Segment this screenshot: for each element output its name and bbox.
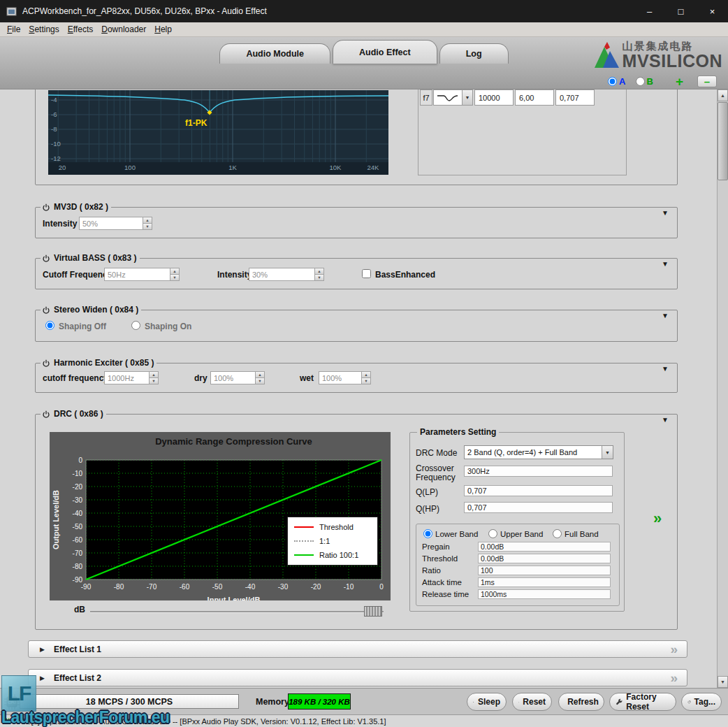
add-preset-button[interactable]: +: [676, 76, 683, 87]
vbass-cutoff-value[interactable]: [105, 268, 170, 280]
spin-up-icon[interactable]: ▲: [170, 268, 179, 274]
collapse-arrow-icon[interactable]: ▼: [662, 366, 669, 373]
collapse-arrow-icon[interactable]: ▼: [662, 210, 669, 217]
mv3d-intensity-value[interactable]: [80, 217, 143, 229]
menu-settings[interactable]: Settings: [24, 23, 63, 36]
menu-downloader[interactable]: Downloader: [97, 23, 150, 36]
collapse-arrow-icon[interactable]: ▼: [662, 261, 669, 268]
spin-down-icon[interactable]: ▼: [256, 377, 264, 384]
power-icon[interactable]: [41, 410, 51, 419]
dropdown-arrow-icon[interactable]: ▼: [602, 446, 613, 459]
filter-freq-field[interactable]: 10000: [474, 89, 514, 106]
filter-type-dropdown[interactable]: ▼: [433, 89, 473, 106]
spin-down-icon[interactable]: ▼: [143, 223, 152, 229]
exciter-cutoff-spinner[interactable]: ▲▼: [104, 371, 159, 384]
eq-graph[interactable]: -4 -6 -8 -10 -12 20 100 1K 10K 24K f1-PK: [48, 90, 388, 175]
collapse-arrow-icon[interactable]: ▼: [662, 417, 669, 424]
tab-log[interactable]: Log: [439, 43, 509, 64]
spin-down-icon[interactable]: ▼: [315, 274, 323, 280]
spin-up-icon[interactable]: ▲: [315, 268, 323, 274]
mv3d-intensity-spinner[interactable]: ▲▼: [79, 217, 152, 230]
threshold-field[interactable]: [478, 554, 611, 563]
tab-audio-effect[interactable]: Audio Effect: [333, 40, 437, 64]
vbass-intensity-value[interactable]: [249, 268, 314, 280]
svg-text:Output Level/dB: Output Level/dB: [52, 490, 60, 549]
expand-triangle-icon[interactable]: ▶: [40, 646, 45, 653]
factory-reset-button[interactable]: Factory Reset: [609, 693, 676, 711]
filter-gain-field[interactable]: 6,00: [515, 89, 554, 106]
exciter-wet-spinner[interactable]: ▲▼: [319, 371, 371, 384]
preset-a-radio[interactable]: [608, 77, 617, 86]
db-slider-track[interactable]: [90, 611, 384, 612]
factory-reset-label: Factory Reset: [626, 692, 670, 712]
spin-up-icon[interactable]: ▲: [362, 372, 370, 377]
attack-time-field[interactable]: [478, 577, 611, 587]
spin-down-icon[interactable]: ▼: [150, 377, 158, 384]
menu-file[interactable]: File: [3, 23, 24, 36]
close-button[interactable]: ×: [697, 0, 728, 22]
upper-band-radio[interactable]: [488, 529, 497, 538]
bass-enhanced-checkbox[interactable]: [362, 269, 371, 278]
tag-button[interactable]: Tag...: [681, 693, 722, 711]
shaping-on-radio[interactable]: [131, 321, 140, 330]
filter-curve-icon: [436, 92, 460, 103]
collapse-arrow-icon[interactable]: ▼: [662, 312, 669, 319]
power-icon[interactable]: [41, 359, 51, 368]
group-title: Harmonic Exciter ( 0x85 ): [51, 358, 156, 368]
effect-list-2-expand-icon[interactable]: »: [670, 671, 678, 684]
exciter-wet-value[interactable]: [319, 372, 361, 384]
tab-audio-module[interactable]: Audio Module: [219, 43, 330, 64]
drc-expand-button[interactable]: »: [653, 511, 662, 526]
effect-list-1-bar[interactable]: ▶ Effect List 1 »: [28, 640, 687, 658]
qhp-field[interactable]: [464, 502, 613, 513]
qlp-field[interactable]: [464, 485, 613, 496]
spin-down-icon[interactable]: ▼: [362, 377, 370, 384]
drc-mode-dropdown[interactable]: 2 Band (Q, order=4) + Full Band ▼: [464, 445, 613, 459]
exciter-cutoff-value[interactable]: [105, 372, 149, 384]
svg-text:Input Level/dB: Input Level/dB: [208, 596, 261, 600]
preset-b-radio[interactable]: [636, 77, 645, 86]
spin-up-icon[interactable]: ▲: [256, 372, 264, 377]
full-band-radio[interactable]: [553, 529, 562, 538]
crossover-frequency-field[interactable]: [464, 466, 613, 477]
minimize-button[interactable]: –: [634, 0, 665, 22]
pregain-field[interactable]: [478, 542, 611, 552]
eq-xtick: 24K: [367, 164, 379, 171]
filter-q-field[interactable]: 0,707: [555, 89, 595, 106]
effect-list-1-expand-icon[interactable]: »: [670, 642, 678, 656]
ratio-field[interactable]: [478, 566, 611, 575]
effect-list-2-bar[interactable]: ▶ Effect List 2 »: [28, 669, 687, 686]
spin-down-icon[interactable]: ▼: [170, 274, 179, 280]
app-window: ACPWorkbench_for_AP82xx, DU56x, DU26x, B…: [0, 0, 728, 727]
vbass-cutoff-spinner[interactable]: ▲▼: [104, 268, 180, 281]
sleep-button[interactable]: Sleep: [467, 693, 507, 711]
scrollbar-thumb[interactable]: [718, 102, 728, 180]
dropdown-arrow-icon[interactable]: ▼: [462, 90, 472, 105]
menu-effects[interactable]: Effects: [64, 23, 97, 36]
power-icon[interactable]: [41, 305, 51, 315]
svg-text:-10: -10: [73, 470, 83, 477]
exciter-dry-spinner[interactable]: ▲▼: [210, 371, 265, 384]
spin-up-icon[interactable]: ▲: [150, 372, 158, 377]
remove-preset-button[interactable]: –: [697, 75, 717, 87]
expand-triangle-icon[interactable]: ▶: [40, 675, 45, 682]
maximize-button[interactable]: □: [665, 0, 697, 22]
eq-ytick: -6: [51, 110, 57, 118]
menu-help[interactable]: Help: [150, 23, 176, 36]
vertical-scrollbar[interactable]: ▲ ▼: [717, 89, 728, 688]
shaping-off-radio[interactable]: [45, 321, 54, 330]
power-icon[interactable]: [41, 203, 51, 213]
db-slider-thumb[interactable]: [364, 606, 382, 617]
lower-band-radio[interactable]: [423, 529, 432, 538]
power-icon[interactable]: [41, 254, 51, 264]
refresh-button[interactable]: Refresh: [558, 693, 604, 711]
scroll-down-icon[interactable]: ▼: [718, 676, 728, 688]
svg-text:-90: -90: [81, 583, 92, 591]
svg-text:-20: -20: [311, 583, 321, 591]
scroll-up-icon[interactable]: ▲: [718, 89, 728, 101]
vbass-intensity-spinner[interactable]: ▲▼: [249, 268, 324, 281]
release-time-field[interactable]: [478, 589, 611, 599]
exciter-dry-value[interactable]: [211, 372, 255, 384]
reset-button[interactable]: Reset: [512, 693, 552, 711]
spin-up-icon[interactable]: ▲: [143, 217, 152, 223]
